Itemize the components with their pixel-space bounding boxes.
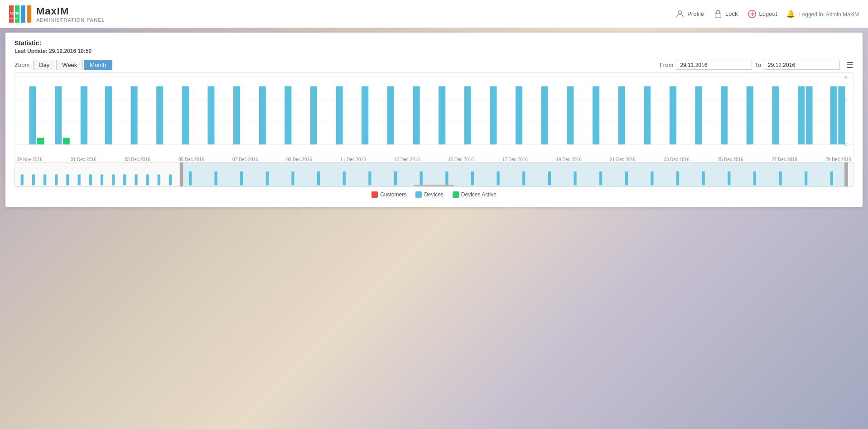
svg-rect-70 bbox=[214, 172, 217, 185]
x-date: 11 Dec 2016 bbox=[340, 157, 366, 162]
to-date-input[interactable] bbox=[764, 61, 840, 70]
svg-rect-56 bbox=[32, 175, 35, 186]
date-range: From To ☰ bbox=[660, 60, 854, 70]
svg-rect-74 bbox=[317, 172, 320, 185]
x-date: 19 Dec 2016 bbox=[556, 157, 582, 162]
svg-rect-95 bbox=[414, 185, 454, 186]
svg-rect-71 bbox=[240, 172, 243, 185]
x-date: 23 Dec 2016 bbox=[664, 157, 690, 162]
zoom-day-button[interactable]: Day bbox=[33, 60, 55, 70]
svg-rect-35 bbox=[464, 86, 471, 145]
svg-rect-23 bbox=[156, 86, 163, 145]
x-date: 27 Dec 2016 bbox=[772, 157, 797, 162]
from-label: From bbox=[660, 62, 673, 68]
zoom-month-button[interactable]: Month bbox=[84, 60, 112, 70]
svg-rect-89 bbox=[702, 172, 704, 185]
logout-label: Logout bbox=[759, 10, 777, 17]
svg-rect-42 bbox=[644, 86, 651, 145]
svg-rect-46 bbox=[747, 86, 753, 145]
x-date: 21 Dec 2016 bbox=[610, 157, 636, 162]
logo-text: MaxIM ADMINISTRATION PANEL bbox=[36, 5, 105, 23]
logout-button[interactable]: Logout bbox=[747, 9, 777, 19]
svg-rect-57 bbox=[43, 175, 46, 186]
profile-icon bbox=[675, 9, 685, 19]
legend-devices-active: Devices Active bbox=[453, 191, 497, 198]
svg-rect-60 bbox=[77, 175, 80, 186]
main-panel: Statistic: Last Update: 29.12.2016 10:50… bbox=[5, 33, 863, 207]
svg-rect-82 bbox=[522, 172, 525, 185]
svg-rect-80 bbox=[471, 172, 474, 185]
svg-rect-55 bbox=[21, 175, 24, 186]
svg-rect-85 bbox=[599, 172, 602, 185]
zoom-week-button[interactable]: Week bbox=[56, 60, 83, 70]
chart-legend: Customers Devices Devices Active bbox=[14, 191, 854, 198]
lock-button[interactable]: Lock bbox=[713, 9, 738, 19]
svg-rect-86 bbox=[625, 172, 628, 185]
profile-label: Profile bbox=[687, 10, 704, 17]
svg-rect-48 bbox=[798, 86, 805, 145]
logo-admin: ADMINISTRATION PANEL bbox=[36, 17, 105, 23]
svg-text:5: 5 bbox=[844, 75, 847, 80]
profile-button[interactable]: Profile bbox=[675, 9, 704, 19]
zoom-row: Zoom Day Week Month From To ☰ bbox=[14, 60, 854, 70]
logout-icon bbox=[747, 9, 757, 19]
svg-rect-30 bbox=[336, 86, 343, 145]
svg-rect-84 bbox=[574, 172, 576, 185]
header-right: Profile Lock Logout 🔔 Logged in: Admin M… bbox=[675, 9, 859, 19]
svg-rect-79 bbox=[445, 172, 448, 185]
svg-rect-75 bbox=[343, 172, 346, 185]
notification-bell-icon[interactable]: 🔔 bbox=[786, 10, 795, 18]
x-date: 07 Dec 2016 bbox=[232, 157, 258, 162]
svg-rect-26 bbox=[233, 86, 240, 145]
chart-menu-icon[interactable]: ☰ bbox=[846, 60, 854, 70]
svg-rect-41 bbox=[618, 86, 625, 145]
x-date: 17 Dec 2016 bbox=[502, 157, 528, 162]
svg-rect-17 bbox=[37, 138, 44, 144]
x-date: 25 Dec 2016 bbox=[718, 157, 743, 162]
chart-svg: 5 2.5 0 bbox=[15, 73, 853, 156]
svg-rect-81 bbox=[497, 172, 499, 185]
x-date: 13 Dec 2016 bbox=[394, 157, 420, 162]
x-date: 03 Dec 2016 bbox=[125, 157, 150, 162]
svg-rect-69 bbox=[189, 172, 192, 185]
svg-rect-72 bbox=[266, 172, 269, 185]
svg-rect-52 bbox=[183, 162, 844, 186]
svg-rect-32 bbox=[387, 86, 394, 145]
svg-rect-44 bbox=[695, 86, 702, 145]
x-date: 29 Dec 2016 bbox=[825, 157, 851, 162]
x-date: 15 Dec 2016 bbox=[448, 157, 474, 162]
svg-rect-73 bbox=[291, 172, 294, 185]
to-label: To bbox=[755, 62, 761, 68]
svg-rect-31 bbox=[362, 86, 368, 145]
svg-rect-50 bbox=[830, 86, 837, 145]
svg-rect-94 bbox=[830, 172, 833, 185]
last-update: Last Update: 29.12.2016 10:50 bbox=[14, 48, 854, 54]
x-date: 09 Dec 2016 bbox=[286, 157, 312, 162]
svg-rect-29 bbox=[310, 86, 317, 145]
x-date: 05 Dec 2016 bbox=[178, 157, 204, 162]
svg-rect-66 bbox=[146, 175, 149, 186]
x-date: 01 Dec 2016 bbox=[71, 157, 96, 162]
svg-rect-53 bbox=[180, 162, 183, 186]
svg-rect-43 bbox=[670, 86, 676, 145]
svg-rect-2 bbox=[21, 5, 25, 23]
navigator-container[interactable]: 22. Nov 23. Nov 25. Nov 27. Nov 29. Nov … bbox=[14, 162, 854, 187]
svg-rect-33 bbox=[413, 86, 420, 145]
svg-rect-92 bbox=[779, 172, 781, 185]
svg-rect-90 bbox=[728, 172, 730, 185]
antik-logo-icon: ANTIK technology bbox=[9, 5, 32, 23]
svg-rect-76 bbox=[368, 172, 371, 185]
svg-rect-64 bbox=[123, 175, 126, 186]
svg-rect-20 bbox=[81, 86, 87, 145]
svg-rect-38 bbox=[541, 86, 548, 145]
svg-rect-51 bbox=[838, 86, 845, 145]
svg-text:technology: technology bbox=[10, 17, 18, 19]
svg-rect-67 bbox=[158, 175, 160, 186]
svg-rect-21 bbox=[105, 86, 112, 145]
last-update-label: Last Update: bbox=[14, 48, 48, 54]
from-date-input[interactable] bbox=[676, 61, 752, 70]
svg-point-6 bbox=[679, 10, 682, 14]
navigator-svg bbox=[15, 162, 853, 186]
svg-rect-39 bbox=[567, 86, 574, 145]
svg-rect-58 bbox=[55, 175, 58, 186]
